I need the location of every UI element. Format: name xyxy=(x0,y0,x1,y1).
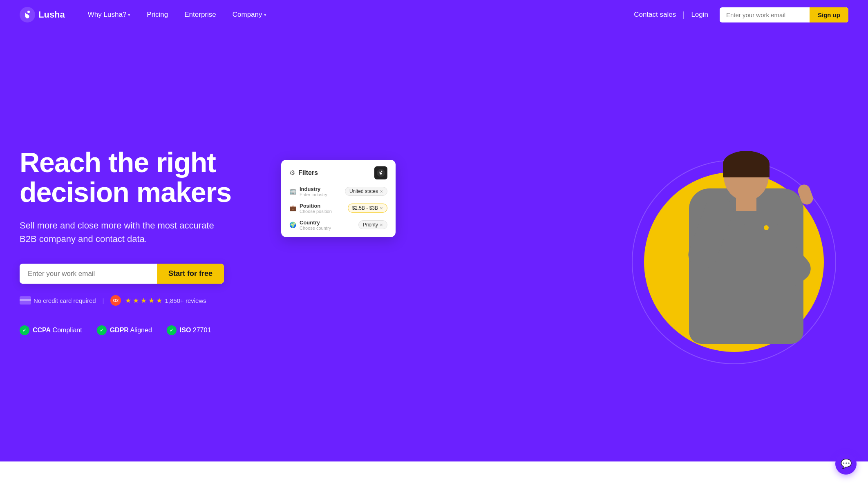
nav-email-input[interactable] xyxy=(720,8,810,22)
filter-header: ⚙ Filters xyxy=(289,166,387,179)
navbar: Lusha Why Lusha? ▾ Pricing Enterprise Co… xyxy=(0,0,868,29)
country-sublabel: Choose country xyxy=(300,226,331,231)
star-rating: ★ ★ ★ ★ ★ xyxy=(125,296,162,305)
country-tag[interactable]: Priority ✕ xyxy=(358,220,387,229)
hero-section: Reach the right decision makers Sell mor… xyxy=(0,29,868,461)
company-chevron-icon: ▾ xyxy=(264,12,266,18)
filter-avatar xyxy=(374,166,387,179)
position-sublabel: Choose position xyxy=(300,209,332,214)
hero-email-input[interactable] xyxy=(20,264,157,284)
ccpa-label: CCPA Compliant xyxy=(33,327,82,334)
filter-sliders-icon: ⚙ xyxy=(289,169,295,177)
hero-person-image xyxy=(673,148,820,344)
nav-links: Why Lusha? ▾ Pricing Enterprise Company … xyxy=(81,7,634,22)
nav-email-form: Sign up xyxy=(720,7,848,22)
nav-enterprise[interactable]: Enterprise xyxy=(178,7,222,22)
nav-pricing[interactable]: Pricing xyxy=(140,7,174,22)
lusha-avatar-icon xyxy=(377,169,385,177)
country-tag-remove[interactable]: ✕ xyxy=(380,223,383,227)
country-label: Country xyxy=(300,219,331,226)
country-icon: 🌍 xyxy=(289,222,296,228)
hero-cta-button[interactable]: Start for free xyxy=(157,264,224,284)
login-link[interactable]: Login xyxy=(691,11,708,19)
hero-email-form: Start for free xyxy=(20,264,224,284)
nav-right: Contact sales | Login Sign up xyxy=(634,7,848,22)
why-lusha-chevron-icon: ▾ xyxy=(128,12,130,18)
credit-icon xyxy=(20,296,31,305)
svg-point-5 xyxy=(381,170,383,172)
ccpa-check-icon: ✓ xyxy=(20,325,29,335)
industry-sublabel: Enter industry xyxy=(300,192,327,197)
reviews-count: 1,850+ reviews xyxy=(165,297,206,304)
nav-divider: | xyxy=(682,10,685,20)
svg-point-1 xyxy=(27,11,30,13)
contact-sales-link[interactable]: Contact sales xyxy=(634,11,676,19)
g2-badge: G2 ★ ★ ★ ★ ★ 1,850+ reviews xyxy=(110,295,206,306)
industry-icon: 🏢 xyxy=(289,188,296,195)
position-tag-remove[interactable]: ✕ xyxy=(380,206,383,211)
position-tag[interactable]: $2.5B - $3B ✕ xyxy=(348,204,387,213)
gdpr-label: GDPR Aligned xyxy=(110,327,152,334)
hero-left: Reach the right decision makers Sell mor… xyxy=(20,148,273,336)
industry-label: Industry xyxy=(300,186,327,192)
filter-row-position: 💼 Position Choose position $2.5B - $3B ✕ xyxy=(289,203,387,214)
logo[interactable]: Lusha xyxy=(20,7,65,22)
hero-right: ⚙ Filters 🏢 Industry Ente xyxy=(273,139,848,344)
svg-rect-3 xyxy=(20,299,31,301)
position-icon: 💼 xyxy=(289,205,296,211)
ccpa-badge: ✓ CCPA Compliant xyxy=(20,325,82,335)
gdpr-check-icon: ✓ xyxy=(97,325,107,335)
industry-tag-remove[interactable]: ✕ xyxy=(380,189,383,194)
compliance-badges: ✓ CCPA Compliant ✓ GDPR Aligned ✓ ISO 27… xyxy=(20,325,273,335)
hero-meta: No credit card required | G2 ★ ★ ★ ★ ★ 1… xyxy=(20,295,273,306)
chat-bubble-button[interactable]: 💬 xyxy=(835,453,857,475)
filter-title-row: ⚙ Filters xyxy=(289,169,318,177)
yellow-dot-accent xyxy=(764,225,769,230)
filter-row-country: 🌍 Country Choose country Priority ✕ xyxy=(289,219,387,231)
industry-tag[interactable]: United states ✕ xyxy=(345,187,387,196)
iso-badge: ✓ ISO 27701 xyxy=(167,325,211,335)
filter-card: ⚙ Filters 🏢 Industry Ente xyxy=(281,160,396,237)
nav-company[interactable]: Company ▾ xyxy=(226,7,273,22)
nav-signup-button[interactable]: Sign up xyxy=(810,7,848,22)
gdpr-badge: ✓ GDPR Aligned xyxy=(97,325,152,335)
hero-title: Reach the right decision makers xyxy=(20,148,273,208)
chat-icon: 💬 xyxy=(841,459,852,469)
iso-check-icon: ✓ xyxy=(167,325,177,335)
filter-title-text: Filters xyxy=(298,169,318,177)
hero-subtitle: Sell more and close more with the most a… xyxy=(20,219,232,246)
g2-logo: G2 xyxy=(110,295,121,306)
hero-meta-divider: | xyxy=(103,297,104,304)
position-label: Position xyxy=(300,203,332,209)
bottom-bar xyxy=(0,461,868,486)
credit-card-icon: No credit card required xyxy=(20,296,96,305)
nav-why-lusha[interactable]: Why Lusha? ▾ xyxy=(81,7,137,22)
filter-row-industry: 🏢 Industry Enter industry United states … xyxy=(289,186,387,197)
iso-label: ISO 27701 xyxy=(180,327,211,334)
